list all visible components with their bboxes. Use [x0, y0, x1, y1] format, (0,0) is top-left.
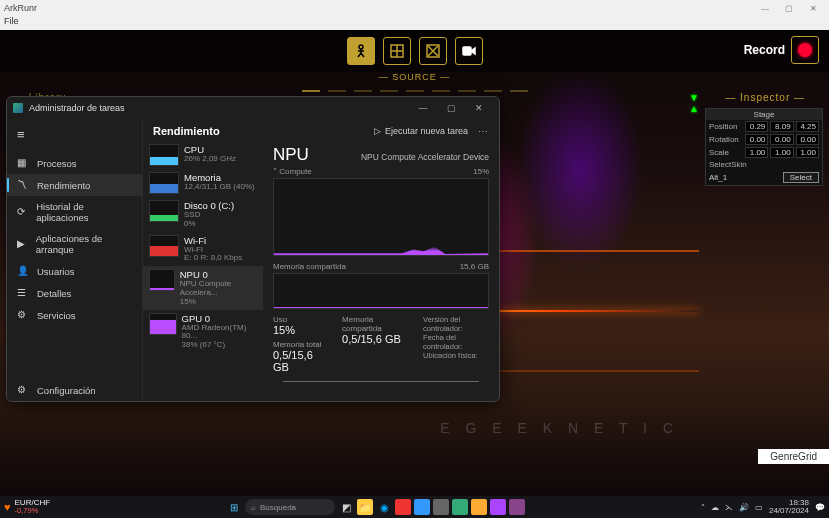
tm-minimize-button[interactable]: — — [409, 103, 437, 113]
source-fx-icon[interactable] — [419, 37, 447, 65]
scene-marker-icon[interactable]: ▼▲ — [689, 92, 699, 114]
perf-thumb — [149, 144, 179, 166]
source-camera-icon[interactable] — [455, 37, 483, 65]
row-value[interactable]: 1.00 — [796, 147, 819, 158]
explorer-icon[interactable]: 📁 — [357, 499, 373, 515]
row-value[interactable]: 0.00 — [796, 134, 819, 145]
tm-page-title: Rendimiento — [153, 125, 220, 137]
row-value[interactable]: 1.00 — [770, 147, 793, 158]
tm-compute-label: ˅ Compute — [273, 167, 312, 176]
tray-wifi-icon[interactable]: ⋋ — [725, 503, 733, 512]
taskbar-widget-icon[interactable]: ♥ — [4, 501, 11, 513]
tm-maximize-button[interactable]: ▢ — [437, 103, 465, 113]
tm-drv-version: Versión del controlador: — [423, 315, 489, 333]
tm-memt-label: Memoria total — [273, 340, 322, 349]
close-button[interactable]: ✕ — [801, 4, 825, 13]
task-view-icon[interactable]: ◩ — [338, 499, 354, 515]
tm-nav-servicios[interactable]: ⚙Servicios — [7, 304, 142, 326]
inspector-header[interactable]: Inspector — [725, 92, 805, 103]
app-icon-1[interactable] — [395, 499, 411, 515]
perf-subtitle: Wi-FiE: 0 R: 8,0 Kbps — [184, 246, 242, 264]
inspector-footer: Alt_1 Select — [706, 170, 822, 185]
app-icon-4[interactable] — [452, 499, 468, 515]
tm-nav-settings[interactable]: ⚙ Configuración — [7, 379, 142, 401]
tm-perf-list: CPU26% 2,09 GHzMemoria12,4/31,1 GB (40%)… — [143, 141, 263, 401]
perf-thumb — [149, 235, 179, 257]
source-actor-icon[interactable] — [347, 37, 375, 65]
tm-nav-historial-de-aplicaciones[interactable]: ⟳Historial de aplicaciones — [7, 196, 142, 228]
tm-hamburger-icon[interactable]: ≡ — [7, 123, 142, 146]
watermark: E G E E K N E T I C — [440, 420, 679, 436]
inspector-select-button[interactable]: Select — [783, 172, 819, 183]
perf-subtitle: 12,4/31,1 GB (40%) — [184, 183, 255, 192]
tm-list-item-npu-0[interactable]: NPU 0NPU Compute Accelera...15% — [143, 266, 263, 309]
app-icon-3[interactable] — [433, 499, 449, 515]
nav-icon: ▶ — [17, 238, 28, 250]
tm-scrollbar[interactable] — [283, 381, 479, 382]
nav-icon: 👤 — [17, 265, 29, 277]
top-toolbar — [0, 30, 829, 72]
tm-nav-aplicaciones-de-arranque[interactable]: ▶Aplicaciones de arranque — [7, 228, 142, 260]
row-label: Scale — [709, 148, 743, 157]
taskbar-clock[interactable]: 18:38 24/07/2024 — [769, 499, 809, 515]
tm-drv-date: Fecha del controlador: — [423, 333, 489, 351]
app-icon-2[interactable] — [414, 499, 430, 515]
currency-change: -0,79% — [15, 507, 51, 515]
svg-point-0 — [359, 45, 363, 49]
perf-title: Wi-Fi — [184, 235, 242, 246]
edge-icon[interactable]: ◉ — [376, 499, 392, 515]
minimize-button[interactable]: — — [753, 4, 777, 13]
tm-title-text: Administrador de tareas — [29, 103, 125, 113]
inspector-alt-label: Alt_1 — [709, 173, 727, 182]
tm-memc-label: Memoria compartida — [342, 315, 403, 333]
tm-list-item-disco-0-c-[interactable]: Disco 0 (C:)SSD0% — [143, 197, 263, 232]
tm-nav-detalles[interactable]: ☰Detalles — [7, 282, 142, 304]
tm-memshared-graph[interactable] — [273, 273, 489, 309]
tm-list-item-cpu[interactable]: CPU26% 2,09 GHz — [143, 141, 263, 169]
row-value[interactable]: 4.25 — [796, 121, 819, 132]
row-value[interactable]: 0.00 — [745, 134, 768, 145]
tm-compute-graph[interactable] — [273, 178, 489, 256]
task-manager-window: Administrador de tareas — ▢ ✕ ≡ ▦Proceso… — [6, 96, 500, 402]
tm-titlebar[interactable]: Administrador de tareas — ▢ ✕ — [7, 97, 499, 119]
windows-taskbar: ♥ EUR/CHF -0,79% ⊞ ⌕ Búsqueda ◩ 📁 ◉ ˄ ☁ … — [0, 496, 829, 518]
tm-nav-procesos[interactable]: ▦Procesos — [7, 152, 142, 174]
tm-nav-rendimiento[interactable]: 〽Rendimiento — [7, 174, 142, 196]
tray-chevron-icon[interactable]: ˄ — [701, 503, 705, 512]
tm-uso-value: 15% — [273, 324, 322, 336]
tm-list-item-wi-fi[interactable]: Wi-FiWi-FiE: 0 R: 8,0 Kbps — [143, 232, 263, 267]
row-value[interactable]: 8.09 — [770, 121, 793, 132]
perf-title: GPU 0 — [182, 313, 257, 324]
tray-cloud-icon[interactable]: ☁ — [711, 503, 719, 512]
nav-icon: 〽 — [17, 179, 29, 191]
tm-uso-label: Uso — [273, 315, 322, 324]
start-button[interactable]: ⊞ — [226, 499, 242, 515]
source-grid-icon[interactable] — [383, 37, 411, 65]
app-icon-6[interactable] — [490, 499, 506, 515]
gear-icon: ⚙ — [17, 384, 29, 396]
nav-label: Usuarios — [37, 266, 75, 277]
tm-nav-usuarios[interactable]: 👤Usuarios — [7, 260, 142, 282]
tray-battery-icon[interactable]: ▭ — [755, 503, 763, 512]
tm-list-item-gpu-0[interactable]: GPU 0AMD Radeon(TM) 80...38% (67 °C) — [143, 310, 263, 353]
row-value[interactable]: 0.29 — [745, 121, 768, 132]
taskbar-search[interactable]: ⌕ Búsqueda — [245, 499, 335, 515]
record-button[interactable] — [791, 36, 819, 64]
notifications-icon[interactable]: 💬 — [815, 503, 825, 512]
tm-close-button[interactable]: ✕ — [465, 103, 493, 113]
app-icon-5[interactable] — [471, 499, 487, 515]
tray-volume-icon[interactable]: 🔊 — [739, 503, 749, 512]
clock-date: 24/07/2024 — [769, 507, 809, 515]
record-label: Record — [744, 43, 785, 57]
app-icon-7[interactable] — [509, 499, 525, 515]
tm-list-item-memoria[interactable]: Memoria12,4/31,1 GB (40%) — [143, 169, 263, 197]
row-value[interactable]: 0.00 — [770, 134, 793, 145]
maximize-button[interactable]: ▢ — [777, 4, 801, 13]
tm-detail-name: NPU — [273, 145, 309, 165]
tm-more-button[interactable]: ⋯ — [478, 126, 489, 137]
taskbar-currency-widget[interactable]: EUR/CHF -0,79% — [15, 499, 51, 515]
row-value[interactable]: 1.00 — [745, 147, 768, 158]
menu-file[interactable]: File — [4, 16, 19, 26]
tm-run-task-button[interactable]: ▷ Ejecutar nueva tarea — [374, 126, 468, 136]
app-title: ArkRunr — [4, 3, 37, 13]
